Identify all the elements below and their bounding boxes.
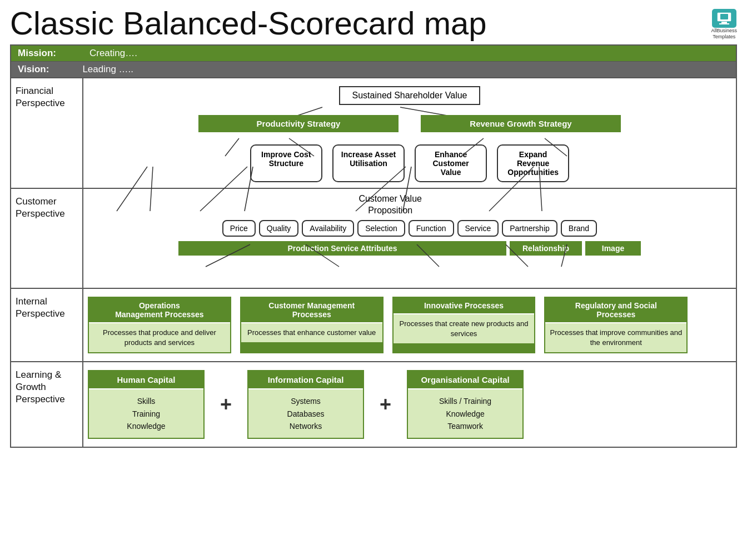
relationship-box: Relationship [510, 241, 582, 256]
expand-revenue-box: ExpandRevenueOpportunities [497, 144, 569, 182]
page-title: Classic Balanced-Scorecard map [10, 6, 486, 41]
internal-content: OperationsManagement Processes Processes… [83, 289, 692, 361]
organisational-capital-title: Organisational Capital [408, 371, 522, 389]
customer-content: Customer ValueProposition Price Quality … [83, 189, 736, 288]
learning-content: Human Capital SkillsTrainingKnowledge + … [83, 362, 528, 447]
cust-service: Service [457, 220, 499, 237]
cust-brand: Brand [561, 220, 597, 237]
logo-text: AllBusiness Templates [711, 28, 737, 40]
customer-mgmt-body: Processes that enhance customer value [241, 323, 382, 342]
cust-selection: Selection [357, 220, 405, 237]
page: Classic Balanced-Scorecard map AllBusine… [0, 0, 747, 453]
cust-quality: Quality [259, 220, 299, 237]
vision-label: Vision: [18, 64, 49, 75]
plus-sign-1: + [205, 393, 247, 416]
internal-perspective-label: InternalPerspective [11, 289, 83, 361]
customer-mgmt-title: Customer ManagementProcesses [241, 298, 382, 323]
enhance-customer-box: EnhanceCustomerValue [415, 144, 487, 182]
learning-perspective-label: Learning &GrowthPerspective [11, 362, 83, 447]
prod-service-box: Production Service Attributes [178, 241, 506, 256]
customer-perspective-row: CustomerPerspective [11, 189, 736, 289]
svg-rect-1 [720, 14, 728, 19]
organisational-capital-box: Organisational Capital Skills / Training… [407, 370, 524, 439]
customer-perspective-label: CustomerPerspective [11, 189, 83, 288]
mission-value: Creating…. [89, 48, 137, 59]
cust-availability: Availability [302, 220, 354, 237]
revenue-strategy-box: Revenue Growth Strategy [421, 115, 621, 132]
innovative-title: Innovative Processes [394, 298, 535, 314]
sub-strategy-row: Improve CostStructure Increase AssetUtil… [88, 144, 731, 182]
main-frame: Mission: Creating…. Vision: Leading ….. … [10, 44, 737, 448]
cust-function: Function [409, 220, 454, 237]
operations-title: OperationsManagement Processes [89, 298, 230, 323]
mission-row: Mission: Creating…. [11, 46, 736, 62]
cvp-label: Customer ValueProposition [358, 193, 422, 217]
productivity-strategy-box: Productivity Strategy [198, 115, 399, 132]
regulatory-title: Regulatory and SocialProcesses [545, 298, 686, 323]
ssv-container: Sustained Shareholder Value [339, 86, 481, 105]
vision-row: Vision: Leading ….. [11, 62, 736, 78]
financial-content: Sustained Shareholder Value Productivity… [83, 78, 736, 188]
human-capital-body: SkillsTrainingKnowledge [89, 389, 203, 438]
mission-label: Mission: [18, 48, 56, 59]
image-box: Image [585, 241, 641, 256]
information-capital-title: Information Capital [248, 371, 363, 389]
information-capital-box: Information Capital SystemsDatabasesNetw… [247, 370, 364, 439]
strategy-row: Productivity Strategy Revenue Growth Str… [88, 115, 731, 132]
innovative-box: Innovative Processes Processes that crea… [392, 297, 536, 353]
ssv-box: Sustained Shareholder Value [339, 86, 481, 105]
information-capital-body: SystemsDatabasesNetworks [248, 389, 363, 438]
logo-icon [712, 9, 736, 28]
plus-sign-2: + [364, 393, 407, 416]
cust-price: Price [222, 220, 256, 237]
increase-asset-box: Increase AssetUtilisation [332, 144, 405, 182]
innovative-body: Processes that create new products and s… [394, 314, 535, 343]
operations-body: Processes that produce and deliver produ… [89, 323, 230, 352]
customer-row2: Production Service Attributes Relationsh… [88, 241, 731, 256]
improve-cost-box: Improve CostStructure [250, 144, 322, 182]
svg-rect-3 [719, 23, 729, 24]
regulatory-box: Regulatory and SocialProcesses Processes… [544, 297, 688, 353]
vision-value: Leading ….. [82, 64, 133, 75]
header-row: Classic Balanced-Scorecard map AllBusine… [10, 6, 737, 41]
human-capital-title: Human Capital [89, 371, 203, 389]
internal-perspective-row: InternalPerspective OperationsManagement… [11, 289, 736, 362]
learning-perspective-row: Learning &GrowthPerspective Human Capita… [11, 362, 736, 447]
customer-row1: Price Quality Availability Selection Fun… [88, 220, 731, 237]
logo-box: AllBusiness Templates [711, 9, 737, 40]
operations-box: OperationsManagement Processes Processes… [88, 297, 231, 353]
svg-rect-2 [721, 22, 727, 23]
customer-mgmt-box: Customer ManagementProcesses Processes t… [240, 297, 384, 353]
cust-partnership: Partnership [502, 220, 557, 237]
organisational-capital-body: Skills / TrainingKnowledgeTeamwork [408, 389, 522, 438]
financial-perspective-row: FinancialPerspective [11, 78, 736, 189]
human-capital-box: Human Capital SkillsTrainingKnowledge [88, 370, 205, 439]
regulatory-body: Processes that improve communities and t… [545, 323, 686, 352]
financial-perspective-label: FinancialPerspective [11, 78, 83, 188]
